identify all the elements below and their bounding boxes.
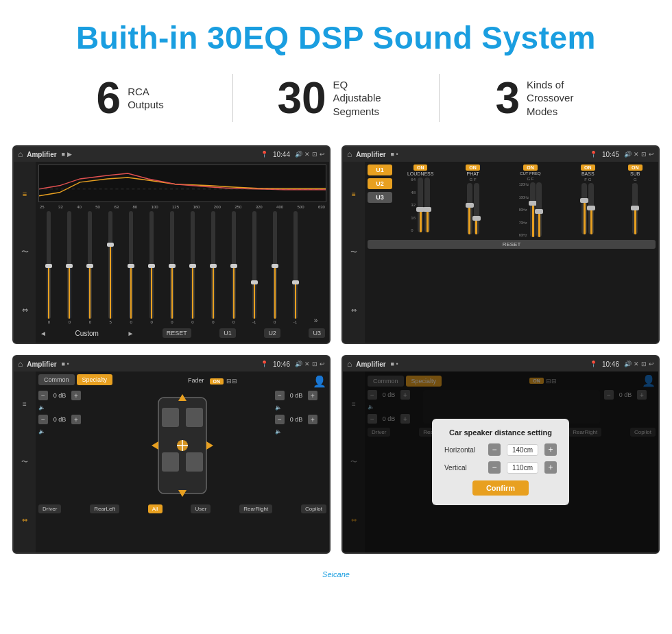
speaker-icon-fr: 🔈 [275,404,326,411]
eq-slider-4[interactable]: 0 [122,211,141,324]
eq-icon-arrows[interactable]: ⇔ [22,306,28,315]
eq-slider-10[interactable]: -1 [245,211,263,324]
eq-u2-btn[interactable]: U2 [264,328,280,338]
sub-label: SUB [630,171,640,176]
dist-confirm-button[interactable]: Confirm [472,480,529,496]
eq-slider-5[interactable]: 0 [143,211,161,324]
app-name-4: Amplifier [356,361,385,368]
dist-vertical-plus[interactable]: + [544,461,557,474]
eq-slider-3[interactable]: 5 [101,211,120,324]
phat-slider-1[interactable] [467,183,472,234]
vol-plus-3[interactable]: + [308,391,317,400]
eq-slider-12[interactable]: -1 [286,211,304,324]
cutfreq-slider-2[interactable] [536,182,542,237]
dist-horizontal-minus[interactable]: − [488,443,501,456]
svg-rect-2 [162,408,179,427]
eq-sidebar: ≡ 〜 ⇔ [14,162,36,343]
close-icon-4: ✕ [634,361,639,367]
vol-minus-1[interactable]: − [38,391,48,400]
sub-slider[interactable] [632,183,638,234]
eq-slider-7[interactable]: 0 [183,211,202,324]
loudness-slider-1[interactable] [418,178,423,232]
vol-value-4: 0 dB [287,416,306,423]
fader-icon-eq[interactable]: ≡ [23,400,27,408]
eq-slider-next[interactable]: » [307,211,325,324]
vol-minus-2[interactable]: − [38,415,48,424]
fader-driver-btn[interactable]: Driver [38,504,61,513]
eq-u3-btn[interactable]: U3 [309,328,325,338]
fader-copilot-btn[interactable]: Copilot [301,504,326,513]
fader-rearright-btn[interactable]: RearRight [239,504,272,513]
profile-icon[interactable]: 👤 [313,375,326,388]
svg-marker-11 [152,441,158,450]
volume-icon-1: 🔊 [295,151,302,158]
eq-slider-0[interactable]: 0 [40,211,58,324]
status-icons-3: 📍 10:46 🔊 ✕ ⊡ ↩ [261,361,325,368]
freq-125: 125 [172,205,179,209]
fader-toggle-icon[interactable]: ⊟⊟ [226,378,237,385]
eq-u1-btn[interactable]: U1 [219,328,236,338]
amp-icon-wave[interactable]: 〜 [350,247,357,257]
eq-icon-wave[interactable]: 〜 [21,247,29,257]
amp-reset-btn[interactable]: RESET [368,240,656,249]
amp-screen-inner: ≡ 〜 ⇔ U1 U2 U3 ON [343,162,658,343]
freq-320: 320 [256,205,263,209]
freq-100: 100 [152,205,158,209]
amp-u1-btn[interactable]: U1 [368,164,392,175]
home-icon-4[interactable]: ⌂ [347,359,352,369]
vol-plus-1[interactable]: + [71,391,81,400]
amp-icon-active[interactable]: ≡ [352,191,356,198]
fader-tab-common[interactable]: Common [38,374,75,385]
vol-minus-4[interactable]: − [275,415,285,424]
vol-row-2: − 0 dB + [38,415,90,424]
fader-all-btn[interactable]: All [148,504,163,513]
eq-slider-6[interactable]: 0 [163,211,182,324]
fader-icon-wave[interactable]: 〜 [21,457,28,467]
eq-slider-2[interactable]: 0 [81,211,99,324]
vol-minus-3[interactable]: − [275,391,285,400]
amp-u2-btn[interactable]: U2 [368,178,392,189]
dist-vertical-value: 110cm [507,462,538,474]
close-icon-3: ✕ [304,361,310,367]
vol-plus-4[interactable]: + [308,415,317,424]
dist-vertical-label: Vertical [444,464,482,472]
close-icon-2: ✕ [634,151,639,158]
bass-slider-2[interactable] [588,183,594,234]
vol-plus-2[interactable]: + [71,415,81,424]
eq-slider-9[interactable]: 0 [224,211,243,324]
eq-slider-8[interactable]: 0 [204,211,222,324]
home-icon-3[interactable]: ⌂ [18,359,23,369]
dist-vertical-minus[interactable]: − [488,461,501,474]
vol-value-2: 0 dB [50,416,69,423]
status-icons-2: 📍 10:45 🔊 ✕ ⊡ ↩ [590,151,654,158]
stat-eq: 30 EQ AdjustableSegments [233,76,438,120]
dist-dialog-title: Car speaker distance setting [444,428,557,437]
dist-horizontal-plus[interactable]: + [544,443,557,456]
fader-icon-arrows[interactable]: ⇔ [22,516,27,524]
eq-next-btn[interactable]: ► [127,330,134,337]
bass-slider-1[interactable] [581,183,587,234]
app-name-2: Amplifier [356,151,385,158]
amp-layout: U1 U2 U3 ON LOUDNESS 644832160 [368,164,656,237]
loudness-slider-2[interactable] [424,178,430,232]
fader-tab-specialty[interactable]: Specialty [77,374,113,385]
home-icon-1[interactable]: ⌂ [18,149,23,159]
eq-reset-btn[interactable]: RESET [163,328,191,338]
eq-prev-btn[interactable]: ◄ [40,330,47,337]
svg-rect-3 [186,408,203,427]
amp-sub-col: ON SUB G 2015105 [615,164,656,237]
status-icons-1: 📍 10:44 🔊 ✕ ⊡ ↩ [261,151,325,158]
phat-slider-2[interactable] [474,183,479,234]
eq-slider-11[interactable]: 0 [265,211,284,324]
amp-u3-btn[interactable]: U3 [368,192,392,203]
speaker-icon-rr: 🔈 [275,428,326,435]
fader-user-btn[interactable]: User [191,504,211,513]
amp-icon-arrows[interactable]: ⇔ [351,306,357,314]
eq-icon-active[interactable]: ≡ [23,190,27,198]
eq-graph [38,164,326,202]
eq-slider-1[interactable]: 0 [60,211,79,324]
home-icon-2[interactable]: ⌂ [347,149,352,159]
fader-rearleft-btn[interactable]: RearLeft [90,504,119,513]
vol-row-3: − 0 dB + [275,391,326,400]
freq-160: 160 [193,205,200,209]
